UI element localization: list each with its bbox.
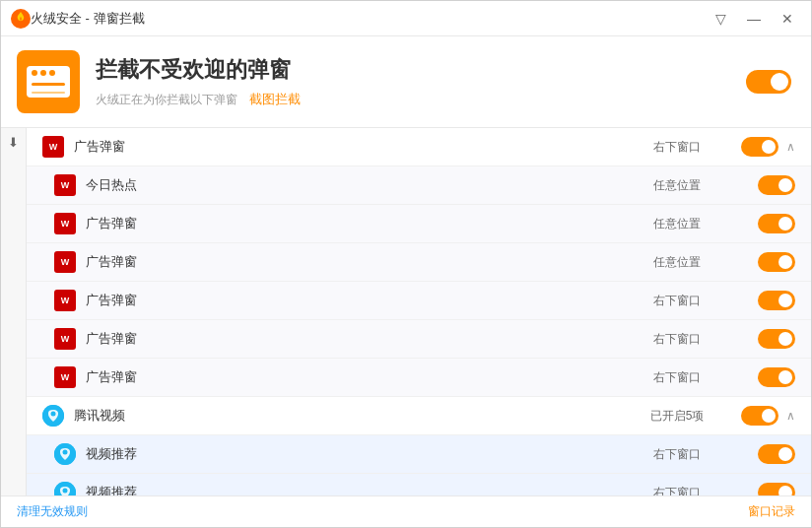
- toggle-wps-4[interactable]: [758, 291, 795, 310]
- bar2: [32, 92, 65, 94]
- group-wps-item-0-name: 广告弹窗: [74, 138, 638, 156]
- list-item-wps-5: W 广告弹窗 右下窗口: [27, 320, 811, 359]
- master-toggle[interactable]: [746, 70, 791, 94]
- item-tencent-2-pos: 右下窗口: [638, 485, 716, 496]
- item-wps-2-pos: 任意位置: [638, 216, 716, 232]
- group-row-wps-0[interactable]: W 广告弹窗 右下窗口: [27, 128, 811, 166]
- content-area: W 广告弹窗 右下窗口 W 今日热点 任意位置: [27, 128, 811, 495]
- list-item-tencent-1: 视频推荐 右下窗口: [27, 435, 811, 474]
- toggle-wps-3[interactable]: [758, 252, 795, 272]
- dot1: [32, 70, 37, 76]
- svg-point-4: [63, 450, 68, 455]
- wps-collapse-icon[interactable]: [786, 140, 795, 154]
- group-tencent-name: 腾讯视频: [74, 407, 638, 425]
- svg-point-2: [51, 412, 56, 417]
- window-controls: ▽ — ✕: [707, 5, 801, 33]
- group-row-tencent[interactable]: 腾讯视频 已开启5项: [27, 397, 811, 435]
- screenshot-intercept-link[interactable]: 截图拦截: [249, 92, 301, 106]
- close-button[interactable]: ✕: [774, 5, 801, 33]
- title-text: 火绒安全 - 弹窗拦截: [31, 10, 707, 28]
- item-wps-4-name: 广告弹窗: [86, 292, 638, 309]
- toggle-wps-2[interactable]: [758, 214, 795, 233]
- svg-point-6: [63, 489, 68, 494]
- main-window: 火绒安全 - 弹窗拦截 ▽ — ✕ 拦截不受欢迎的弹窗 火绒正在为你拦截以下: [0, 0, 812, 528]
- toggle-tencent-1[interactable]: [758, 444, 795, 464]
- item-wps-1-pos: 任意位置: [638, 177, 716, 194]
- bar1: [32, 83, 65, 86]
- tencent-icon-2: [54, 482, 76, 495]
- sidebar: ⬇: [1, 128, 27, 495]
- item-wps-3-pos: 任意位置: [638, 254, 716, 271]
- wps-icon-5: W: [54, 328, 76, 350]
- wps-icon-3: W: [54, 251, 76, 273]
- wps-icon-4: W: [54, 290, 76, 311]
- item-tencent-1-name: 视频推荐: [86, 445, 638, 463]
- group-wps-item-0-pos: 右下窗口: [638, 139, 716, 156]
- header-toggle-area: [746, 70, 791, 94]
- sidebar-download-icon[interactable]: ⬇: [4, 132, 24, 152]
- rules-list[interactable]: W 广告弹窗 右下窗口 W 今日热点 任意位置: [27, 128, 811, 495]
- header-section: 拦截不受欢迎的弹窗 火绒正在为你拦截以下弹窗 截图拦截: [1, 36, 811, 128]
- main-area: ⬇ W 广告弹窗 右下窗口 W 今日热点 任: [1, 128, 811, 495]
- tencent-icon-1: [54, 443, 76, 465]
- list-item-wps-3: W 广告弹窗 任意位置: [27, 243, 811, 282]
- title-bar: 火绒安全 - 弹窗拦截 ▽ — ✕: [1, 1, 811, 36]
- minimize-button[interactable]: —: [740, 5, 768, 33]
- toggle-wps-6[interactable]: [758, 367, 795, 387]
- item-wps-5-pos: 右下窗口: [638, 331, 716, 348]
- list-item-wps-2: W 广告弹窗 任意位置: [27, 205, 811, 243]
- item-wps-5-name: 广告弹窗: [86, 330, 638, 348]
- dot2: [40, 70, 46, 76]
- toggle-wps-1[interactable]: [758, 175, 795, 195]
- window-record-button[interactable]: 窗口记录: [748, 503, 795, 520]
- tencent-collapse-icon[interactable]: [786, 409, 795, 423]
- maximize-button[interactable]: ▽: [707, 5, 734, 33]
- list-item-tencent-2: 视频推荐 右下窗口: [27, 474, 811, 495]
- item-wps-6-name: 广告弹窗: [86, 368, 638, 386]
- group-tencent-pos: 已开启5项: [638, 408, 716, 425]
- header-subtitle-row: 火绒正在为你拦截以下弹窗 截图拦截: [96, 91, 746, 108]
- app-logo: [11, 9, 31, 29]
- list-item-wps-6: W 广告弹窗 右下窗口: [27, 359, 811, 397]
- header-icon-inner: [27, 66, 70, 98]
- wps-icon-2: W: [54, 213, 76, 234]
- header-icon-box: [17, 50, 80, 113]
- tencent-icon: [42, 405, 64, 427]
- dot3: [49, 70, 55, 76]
- wps-icon-6: W: [54, 366, 76, 388]
- header-title: 拦截不受欢迎的弹窗: [96, 55, 746, 85]
- wps-icon-1: W: [54, 174, 76, 196]
- footer: 清理无效规则 窗口记录: [1, 495, 811, 527]
- item-wps-2-name: 广告弹窗: [86, 215, 638, 232]
- list-item-wps-1: W 今日热点 任意位置: [27, 166, 811, 205]
- clean-rules-button[interactable]: 清理无效规则: [17, 503, 88, 520]
- item-wps-4-pos: 右下窗口: [638, 293, 716, 309]
- wps-icon: W: [42, 136, 64, 158]
- toggle-wps-5[interactable]: [758, 329, 795, 349]
- header-subtitle-text: 火绒正在为你拦截以下弹窗: [96, 93, 237, 106]
- item-tencent-1-pos: 右下窗口: [638, 446, 716, 463]
- item-wps-3-name: 广告弹窗: [86, 253, 638, 271]
- toggle-tencent[interactable]: [741, 406, 778, 426]
- item-wps-1-name: 今日热点: [86, 176, 638, 194]
- list-item-wps-4: W 广告弹窗 右下窗口: [27, 282, 811, 320]
- header-title-block: 拦截不受欢迎的弹窗 火绒正在为你拦截以下弹窗 截图拦截: [96, 55, 746, 108]
- toggle-wps-0[interactable]: [741, 137, 778, 157]
- toggle-tencent-2[interactable]: [758, 483, 795, 495]
- item-tencent-2-name: 视频推荐: [86, 484, 638, 495]
- item-wps-6-pos: 右下窗口: [638, 369, 716, 386]
